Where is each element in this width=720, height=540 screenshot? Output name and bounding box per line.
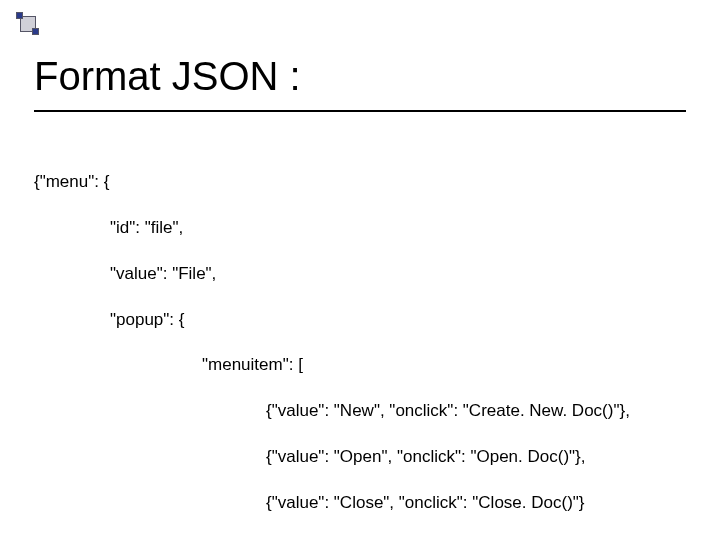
title-underline [34, 110, 686, 112]
decor-square-small-top [16, 12, 23, 19]
code-line: {"menu": { [34, 171, 630, 194]
code-line: {"value": "New", "onclick": "Create. New… [34, 400, 630, 423]
code-line: {"value": "Open", "onclick": "Open. Doc(… [34, 446, 630, 469]
slide-title: Format JSON : [34, 54, 301, 99]
slide-bullet-decoration [16, 12, 46, 42]
code-line: "menuitem": [ [34, 354, 630, 377]
code-line: "popup": { [34, 309, 630, 332]
decor-square-small-bottom [32, 28, 39, 35]
code-line: "value": "File", [34, 263, 630, 286]
code-line: {"value": "Close", "onclick": "Close. Do… [34, 492, 630, 515]
code-line: "id": "file", [34, 217, 630, 240]
json-code-block: {"menu": { "id": "file", "value": "File"… [34, 148, 630, 540]
